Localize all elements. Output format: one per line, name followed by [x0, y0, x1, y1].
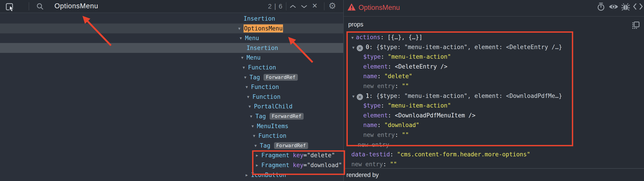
- warning-triangle-icon: [347, 3, 356, 11]
- search-input[interactable]: OptionsMenu: [54, 2, 98, 10]
- colon: :: [380, 34, 388, 40]
- tree-row-menuitems[interactable]: ▾MenuItems: [0, 121, 343, 131]
- view-source-code-icon[interactable]: [633, 3, 643, 10]
- prop-row-element[interactable]: element: <DownloadPdfMenuItem />: [363, 110, 476, 120]
- inspect-element-icon[interactable]: [6, 2, 15, 11]
- caret-expanded-icon[interactable]: ▾: [248, 102, 251, 111]
- tree-row-function[interactable]: ▾Function: [0, 92, 343, 102]
- inspect-dom-eye-icon[interactable]: [608, 3, 618, 10]
- tree-row-insertion[interactable]: Insertion: [0, 14, 343, 24]
- prop-value[interactable]: <DownloadPdfMenuItem />: [395, 112, 476, 119]
- component-name[interactable]: Insertion: [246, 43, 278, 53]
- remove-entry-icon[interactable]: ✕: [357, 45, 363, 51]
- caret-expanded-icon[interactable]: ▾: [352, 94, 354, 99]
- prop-value[interactable]: "menu-item-action": [388, 102, 451, 109]
- component-name[interactable]: Function: [258, 131, 286, 141]
- component-name[interactable]: Insertion: [244, 14, 275, 24]
- tree-row-insertion[interactable]: Insertion: [0, 43, 343, 53]
- prop-row-data-testid[interactable]: data-testid: "cms.content-form.header.mo…: [351, 150, 530, 159]
- chevron-up-icon[interactable]: [290, 4, 296, 8]
- key-attr-name: key: [289, 162, 304, 168]
- tree-row-tag[interactable]: ▾TagForwardRef: [0, 141, 343, 150]
- tree-row-function[interactable]: ▾Function: [0, 131, 343, 141]
- component-name[interactable]: TagForwardRef: [250, 72, 298, 82]
- prop-row-name[interactable]: name: "download": [363, 120, 419, 130]
- log-data-bug-icon[interactable]: [621, 2, 630, 11]
- prop-value[interactable]: "": [402, 83, 409, 90]
- tree-row-fragment[interactable]: ▸Fragment key="delete": [0, 150, 343, 160]
- caret-expanded-icon[interactable]: ▾: [238, 24, 240, 34]
- copy-props-icon[interactable]: [632, 20, 640, 30]
- component-name[interactable]: PortalChild: [254, 102, 292, 111]
- component-name[interactable]: Function: [252, 92, 280, 102]
- component-name[interactable]: Menu: [245, 33, 259, 43]
- caret-collapsed-icon[interactable]: ▸: [256, 150, 258, 160]
- caret-collapsed-icon[interactable]: ▸: [256, 160, 258, 170]
- prop-row-actions[interactable]: ▾actions: [{…}, {…}]: [351, 32, 422, 42]
- tree-row-function[interactable]: ▾Function: [0, 82, 343, 92]
- prop-value[interactable]: "menu-item-action": [388, 53, 451, 60]
- caret-expanded-icon[interactable]: ▾: [254, 141, 257, 150]
- close-search-icon[interactable]: ✕: [312, 2, 318, 10]
- component-name[interactable]: Function: [248, 62, 276, 72]
- prop-row-element[interactable]: element: <DeleteEntry />: [363, 62, 448, 72]
- caret-expanded-icon[interactable]: ▾: [247, 92, 250, 102]
- caret-expanded-icon[interactable]: ▾: [352, 45, 354, 50]
- component-name[interactable]: Fragment key="download": [261, 160, 342, 170]
- tree-row-fragment[interactable]: ▸Fragment key="download": [0, 160, 343, 170]
- prop-row-0[interactable]: ▾✕0: {$type: "menu-item-action", element…: [352, 42, 562, 52]
- caret-expanded-icon[interactable]: ▾: [243, 62, 245, 72]
- caret-expanded-icon[interactable]: ▾: [244, 72, 246, 82]
- chevron-down-icon[interactable]: [301, 5, 308, 9]
- component-name[interactable]: Function: [251, 82, 279, 92]
- props-panel: props ▾actions: [{…}, {…}]▾✕0: {$type: "…: [344, 16, 644, 181]
- prop-row-1[interactable]: ▾✕1: {$type: "menu-item-action", element…: [352, 91, 562, 101]
- prop-row-name[interactable]: name: "delete": [363, 71, 412, 81]
- tree-row-iconbutton[interactable]: ▸IconButton: [0, 170, 343, 180]
- component-name[interactable]: IconButton: [251, 170, 286, 180]
- prop-value[interactable]: {$type: "menu-item-action", element: <De…: [376, 44, 562, 50]
- caret-expanded-icon[interactable]: ▾: [252, 121, 254, 131]
- search-result-count: 2 | 6: [268, 3, 283, 10]
- remove-entry-icon[interactable]: ✕: [357, 94, 363, 100]
- prop-row-new-entry[interactable]: new entry: "": [351, 159, 397, 169]
- suspend-timer-icon[interactable]: [596, 2, 606, 11]
- prop-row-new-entry[interactable]: new entry: "": [363, 81, 409, 91]
- caret-expanded-icon[interactable]: ▾: [241, 53, 243, 62]
- component-name[interactable]: Menu: [246, 53, 260, 62]
- tree-row-tag[interactable]: ▾TagForwardRef: [0, 72, 343, 82]
- prop-row-new-entry[interactable]: new entry: [358, 140, 389, 150]
- component-name[interactable]: MenuItems: [257, 121, 288, 131]
- tree-row-function[interactable]: ▾Function: [0, 62, 343, 72]
- component-name[interactable]: Fragment key="delete": [261, 150, 335, 160]
- prop-value[interactable]: {$type: "menu-item-action", element: <Do…: [376, 92, 562, 99]
- prop-row-$type[interactable]: $type: "menu-item-action": [363, 100, 451, 110]
- caret-expanded-icon[interactable]: ▾: [253, 131, 255, 141]
- prop-value[interactable]: "download": [384, 122, 420, 128]
- prop-value[interactable]: "": [390, 161, 397, 168]
- prop-value[interactable]: "delete": [384, 73, 412, 80]
- caret-expanded-icon[interactable]: ▾: [250, 111, 252, 121]
- prop-value[interactable]: "": [402, 132, 409, 138]
- prop-value[interactable]: "cms.content-form.header.more-options": [397, 151, 530, 158]
- prop-row-$type[interactable]: $type: "menu-item-action": [363, 52, 451, 62]
- tree-row-portalchild[interactable]: ▾PortalChild: [0, 102, 343, 111]
- panel-divider[interactable]: [343, 0, 344, 181]
- colon: :: [388, 112, 395, 119]
- caret-expanded-icon[interactable]: ▾: [240, 33, 242, 43]
- prop-value[interactable]: [{…}, {…}]: [388, 34, 422, 40]
- tree-row-menu[interactable]: ▾Menu: [0, 53, 343, 62]
- component-name[interactable]: TagForwardRef: [256, 111, 304, 121]
- component-name[interactable]: OptionsMenu: [244, 24, 283, 34]
- caret-expanded-icon[interactable]: ▾: [351, 35, 354, 40]
- caret-collapsed-icon[interactable]: ▸: [246, 170, 248, 180]
- prop-row-new-entry[interactable]: new entry: "": [363, 130, 409, 140]
- tree-row-menu[interactable]: ▾Menu: [0, 33, 343, 43]
- caret-expanded-icon[interactable]: ▾: [246, 82, 248, 92]
- prop-value[interactable]: <DeleteEntry />: [395, 63, 448, 70]
- props-section-label: props: [348, 21, 364, 28]
- tree-row-tag[interactable]: ▾TagForwardRef: [0, 111, 343, 121]
- tree-row-optionsmenu[interactable]: ▾OptionsMenu: [0, 24, 343, 34]
- component-name[interactable]: TagForwardRef: [260, 141, 308, 150]
- settings-gear-icon[interactable]: ⚙: [328, 1, 336, 11]
